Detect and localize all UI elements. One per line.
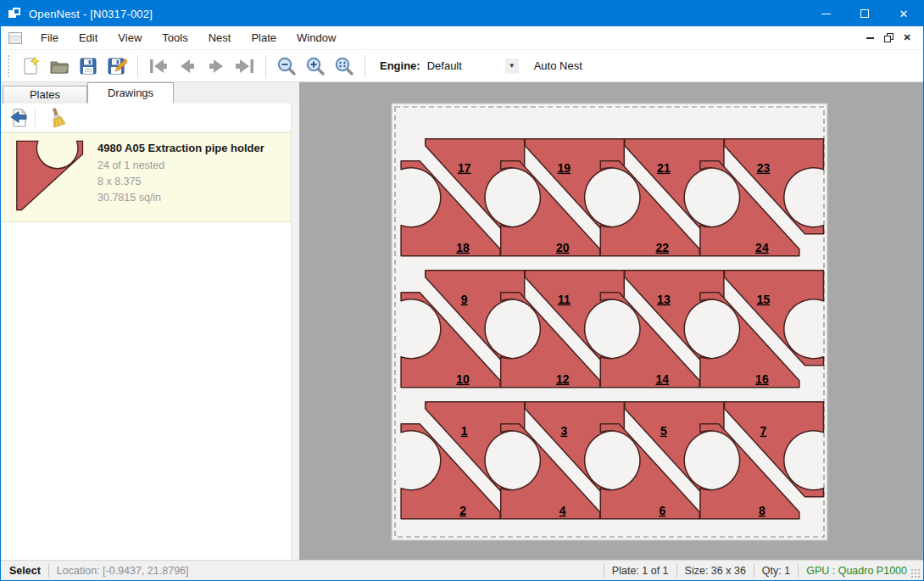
menu-window[interactable]: Window	[287, 27, 346, 48]
status-qty: Qty: 1	[762, 565, 790, 577]
save-floppy-icon	[78, 56, 98, 76]
part-number-label: 3	[560, 424, 567, 438]
engine-label: Engine:	[380, 59, 420, 72]
part-number-label: 11	[558, 293, 571, 306]
nest-canvas[interactable]: 171819202122232491011121314151612345678	[299, 82, 923, 560]
go-next-button[interactable]	[202, 53, 231, 80]
part-number-label: 6	[659, 504, 665, 517]
tab-drawings[interactable]: Drawings	[87, 82, 174, 103]
go-first-icon	[148, 57, 170, 75]
menu-view[interactable]: View	[108, 27, 152, 48]
new-file-button[interactable]	[16, 53, 45, 80]
part-thumbnail	[11, 140, 89, 213]
open-file-button[interactable]	[45, 53, 74, 80]
save-edit-icon	[107, 56, 127, 76]
part-number-label: 18	[456, 241, 470, 254]
tab-plates[interactable]: Plates	[3, 86, 87, 103]
panel-scrollbar[interactable]	[291, 103, 299, 560]
engine-select[interactable]: Default ▼	[426, 56, 519, 76]
part-number-label: 13	[657, 293, 671, 306]
part-number-label: 10	[456, 372, 470, 386]
mdi-minimize-button[interactable]	[860, 30, 879, 47]
titlebar: OpenNest - [N0317-002] ✕	[1, 1, 923, 26]
resize-grip-icon[interactable]	[910, 568, 921, 578]
part-number-label: 4	[559, 504, 566, 517]
menu-plate[interactable]: Plate	[241, 27, 287, 48]
save-button[interactable]	[74, 53, 103, 80]
go-last-icon	[234, 57, 256, 75]
mdi-restore-button[interactable]	[879, 30, 898, 47]
zoom-out-button[interactable]	[272, 53, 301, 80]
chevron-down-icon[interactable]: ▼	[505, 59, 519, 74]
engine-value: Default	[426, 59, 505, 72]
clean-button[interactable]	[44, 106, 70, 130]
zoom-in-icon	[305, 56, 326, 76]
left-panel: Plates Drawings	[1, 82, 299, 560]
menu-file[interactable]: File	[31, 27, 69, 48]
maximize-button[interactable]	[845, 1, 884, 26]
go-next-icon	[205, 57, 227, 75]
part-number-label: 5	[660, 424, 667, 438]
window-title: OpenNest - [N0317-002]	[29, 8, 153, 20]
drawing-size: 8 x 8.375	[97, 176, 264, 187]
part-number-label: 24	[755, 241, 769, 254]
part-number-label: 7	[760, 424, 767, 438]
zoom-fit-icon	[334, 56, 354, 76]
open-folder-icon	[49, 56, 70, 76]
import-drawing-button[interactable]	[6, 106, 31, 130]
save-edit-button[interactable]	[103, 53, 131, 80]
part-number-label: 23	[757, 161, 771, 175]
drawing-nested-count: 24 of 1 nested	[97, 159, 264, 171]
status-size: Size: 36 x 36	[685, 565, 746, 577]
new-file-icon	[20, 56, 41, 76]
part-number-label: 9	[461, 293, 468, 306]
app-logo-icon	[8, 8, 22, 20]
part-number-label: 12	[556, 372, 570, 386]
part-number-label: 14	[656, 372, 670, 386]
drawing-title: 4980 A05 Extraction pipe holder	[97, 142, 264, 154]
menu-tools[interactable]: Tools	[152, 27, 198, 48]
menu-nest[interactable]: Nest	[198, 27, 242, 48]
minimize-button[interactable]	[806, 1, 845, 26]
go-last-button[interactable]	[231, 53, 259, 80]
toolbar: Engine: Default ▼ Auto Nest	[1, 50, 923, 82]
zoom-fit-button[interactable]	[330, 53, 359, 80]
drawing-area: 30.7815 sq/in	[97, 192, 264, 204]
close-button[interactable]: ✕	[884, 1, 923, 26]
go-previous-button[interactable]	[173, 53, 202, 80]
part-number-label: 19	[558, 161, 571, 175]
part-number-label: 16	[755, 372, 769, 386]
panel-tabs: Plates Drawings	[1, 82, 299, 103]
menubar: File Edit View Tools Nest Plate Window ✕	[1, 26, 923, 50]
part-number-label: 15	[757, 293, 771, 306]
zoom-in-button[interactable]	[301, 53, 330, 80]
zoom-out-icon	[276, 56, 297, 76]
part-number-label: 8	[759, 504, 765, 517]
part-shape-thumbnail	[11, 140, 89, 213]
toolbar-grip[interactable]	[8, 55, 11, 77]
import-drawing-icon	[8, 108, 29, 128]
nest-view: 171819202122232491011121314151612345678	[299, 82, 923, 560]
part-number-label: 20	[556, 241, 570, 254]
status-gpu: GPU : Quadro P1000	[806, 565, 907, 577]
drawings-toolbar	[1, 103, 299, 132]
part-number-label: 21	[657, 161, 671, 175]
menu-edit[interactable]: Edit	[69, 27, 108, 48]
mdi-document-icon[interactable]	[8, 32, 22, 44]
part-number-label: 1	[461, 424, 468, 438]
go-previous-icon	[176, 57, 198, 75]
drawing-list-item[interactable]: 4980 A05 Extraction pipe holder 24 of 1 …	[1, 132, 299, 222]
auto-nest-button[interactable]: Auto Nest	[526, 56, 591, 75]
app-window: OpenNest - [N0317-002] ✕ File Edit View …	[0, 0, 924, 581]
status-plate: Plate: 1 of 1	[612, 565, 669, 577]
part-number-label: 2	[459, 504, 466, 517]
go-first-button[interactable]	[144, 53, 173, 80]
part-number-label: 22	[656, 241, 670, 254]
statusbar: Select Location: [-0.9437, 21.8796] Plat…	[1, 560, 923, 580]
clean-broom-icon	[47, 108, 67, 128]
part-number-label: 17	[458, 161, 471, 175]
status-location: Location: [-0.9437, 21.8796]	[57, 565, 189, 577]
status-mode: Select	[9, 565, 41, 577]
mdi-close-button[interactable]: ✕	[898, 30, 916, 47]
